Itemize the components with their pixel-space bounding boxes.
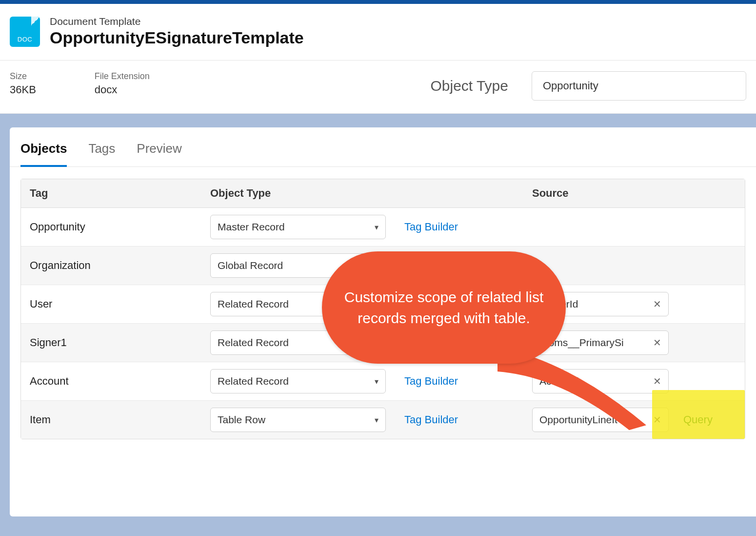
tag-cell: Opportunity	[21, 208, 201, 247]
table-row: OpportunityMaster Record▾Tag Builder	[21, 208, 745, 247]
object-type-select[interactable]: Related Record▾	[210, 369, 386, 393]
object-type-cell: Related Record▾Tag Builder	[201, 362, 523, 401]
tag-cell: Signer1	[21, 324, 201, 362]
clear-icon[interactable]: ✕	[653, 298, 661, 310]
doc-icon-label: DOC	[18, 36, 32, 43]
tab-tags[interactable]: Tags	[88, 141, 115, 166]
tag-builder-link[interactable]: Tag Builder	[404, 221, 458, 233]
page-header: DOC Document Template OpportunityESignat…	[0, 4, 756, 60]
column-header-source: Source	[523, 179, 745, 208]
object-type-label: Object Type	[430, 78, 508, 94]
clear-icon[interactable]: ✕	[653, 337, 661, 349]
tag-cell: Account	[21, 362, 201, 401]
query-link[interactable]: Query	[683, 413, 713, 426]
object-type-select-value: Global Record	[218, 260, 283, 271]
tab-preview[interactable]: Preview	[137, 141, 181, 166]
chevron-down-icon: ▾	[375, 377, 378, 386]
tag-builder-link[interactable]: Tag Builder	[404, 413, 458, 426]
tag-cell: Organization	[21, 247, 201, 285]
chevron-down-icon: ▾	[375, 223, 378, 232]
tag-cell: Item	[21, 401, 201, 439]
tag-builder-link[interactable]: Tag Builder	[404, 375, 458, 387]
object-type-select[interactable]: Table Row▾	[210, 408, 386, 432]
source-cell	[523, 208, 745, 247]
object-type-cell: Table Row▾Tag Builder	[201, 401, 523, 439]
window-top-border	[0, 0, 756, 4]
column-header-tag: Tag	[21, 179, 201, 208]
content-card: Objects Tags Preview Tag Object Type Sou…	[10, 127, 756, 516]
clear-icon[interactable]: ✕	[653, 375, 661, 387]
object-type-field[interactable]: Opportunity	[532, 71, 746, 101]
object-type-select-value: Related Record	[218, 298, 289, 310]
object-type-select-value: Master Record	[218, 221, 285, 233]
object-type-select[interactable]: Master Record▾	[210, 215, 386, 239]
tabs: Objects Tags Preview	[10, 141, 756, 167]
callout-text: Customize scope of related list records …	[341, 287, 546, 329]
object-type-select-value: Related Record	[218, 375, 289, 387]
callout-bubble: Customize scope of related list records …	[322, 251, 566, 364]
doc-icon: DOC	[10, 17, 40, 47]
tab-objects[interactable]: Objects	[20, 141, 67, 167]
tag-cell: User	[21, 285, 201, 324]
size-value: 36KB	[10, 83, 36, 96]
info-row: Size 36KB File Extension docx Object Typ…	[0, 60, 756, 114]
file-extension-value: docx	[95, 83, 150, 96]
header-kicker: Document Template	[50, 16, 304, 27]
object-type-select-value: Related Record	[218, 337, 289, 349]
column-header-object-type: Object Type	[201, 179, 523, 208]
file-extension-label: File Extension	[95, 71, 150, 82]
clear-icon[interactable]: ✕	[653, 414, 661, 426]
size-label: Size	[10, 71, 36, 82]
chevron-down-icon: ▾	[375, 415, 378, 425]
object-type-cell: Master Record▾Tag Builder	[201, 208, 523, 247]
object-type-select-value: Table Row	[218, 414, 265, 426]
page-title: OpportunityESignatureTemplate	[50, 28, 304, 47]
